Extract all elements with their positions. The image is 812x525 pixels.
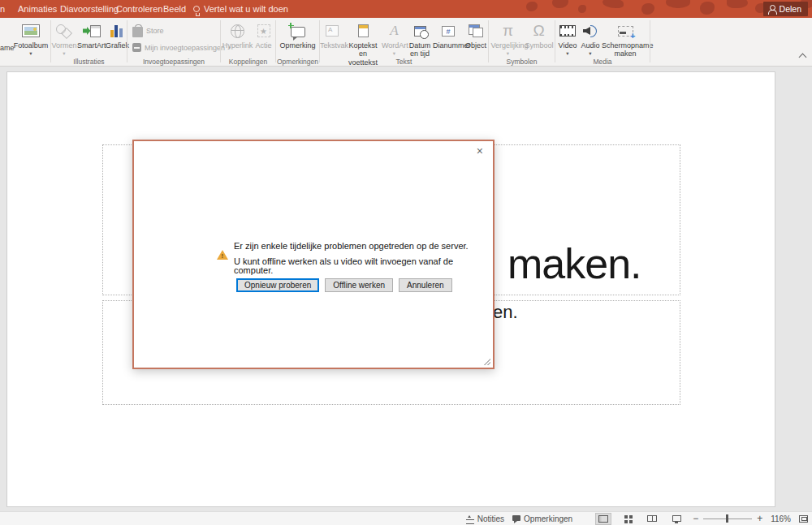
zoom-percent[interactable]: 116%	[771, 514, 791, 523]
tab-beeld[interactable]: Beeld	[163, 0, 186, 18]
shapes-icon	[56, 24, 72, 38]
group-label-invoegtoepassingen: Invoegtoepassingen	[127, 58, 220, 66]
warning-icon: !	[217, 250, 228, 260]
group-label-media: Media	[555, 58, 650, 66]
tab-partial-invoegen[interactable]: n	[0, 0, 5, 18]
work-offline-button[interactable]: Offline werken	[325, 278, 393, 292]
dropdown-icon: ▾	[579, 50, 602, 56]
notes-toggle[interactable]: Notities	[466, 514, 504, 523]
ribbon-button-grafiek[interactable]: Grafiek	[106, 18, 127, 57]
zoom-in-icon[interactable]: +	[757, 513, 762, 524]
close-icon[interactable]: ×	[473, 143, 486, 159]
zoom-slider[interactable]	[703, 519, 752, 519]
notes-icon	[466, 515, 474, 523]
action-star-icon: ★	[257, 24, 270, 37]
dialog-message-line2: U kunt offline werken als u video wilt i…	[234, 257, 493, 275]
lightbulb-icon	[193, 6, 200, 12]
store-bag-icon	[132, 27, 143, 37]
ribbon-button-mijn-invoegtoepassingen[interactable]: Mijn invoegtoepassingen ▾	[132, 43, 231, 52]
resize-grip[interactable]	[484, 359, 490, 365]
comments-icon	[512, 515, 520, 521]
view-slideshow-button[interactable]	[668, 513, 685, 525]
zoom-out-icon[interactable]: −	[693, 513, 698, 524]
date-time-icon	[414, 26, 426, 37]
hyperlink-globe-icon	[231, 24, 244, 38]
ribbon-button-opmerking[interactable]: Opmerking	[278, 18, 318, 49]
slide-subtitle-text: en.	[493, 302, 518, 323]
header-footer-icon	[358, 24, 369, 37]
screen-recording-icon	[618, 26, 633, 37]
smartart-icon	[83, 24, 101, 37]
dropdown-icon: ▾	[51, 50, 77, 56]
ribbon-button-audio[interactable]: Audio ▾	[579, 18, 602, 58]
zoom-control: − +	[693, 513, 762, 524]
ribbon-button-hyperlink[interactable]: Hyperlink	[222, 18, 253, 49]
powerpoint-window: n Animaties Diavoorstelling Controleren …	[0, 0, 812, 525]
wordart-icon: A	[390, 23, 398, 39]
view-slide-sorter-button[interactable]	[620, 513, 636, 525]
object-icon	[469, 24, 483, 37]
new-comment-icon	[291, 27, 305, 37]
ribbon-button-fotoalbum[interactable]: Fotoalbum ▾	[12, 18, 50, 57]
group-label-illustraties: Illustraties	[51, 58, 127, 66]
tab-controleren[interactable]: Controleren	[116, 0, 162, 18]
ribbon-button-store[interactable]: Store	[132, 24, 164, 37]
dropdown-icon: ▾	[382, 50, 407, 56]
tab-diavoorstelling[interactable]: Diavoorstelling	[60, 0, 119, 18]
group-label-opmerkingen: Opmerkingen	[276, 58, 319, 66]
ribbon-button-video[interactable]: Video ▾	[556, 18, 579, 58]
group-label-symbolen: Symbolen	[489, 58, 555, 66]
photo-album-icon	[22, 24, 40, 37]
ribbon-button-schermopname[interactable]: Schermopname maken	[602, 18, 649, 58]
person-icon	[768, 5, 776, 14]
dialog-message-line1: Er zijn enkele tijdelijke problemen opge…	[234, 242, 493, 251]
status-bar: Notities Opmerkingen − + 116%	[0, 511, 812, 525]
ribbon: ame Fotoalbum ▾ Vormen ▾	[0, 18, 812, 67]
slideshow-icon	[672, 515, 681, 522]
zoom-slider-handle[interactable]	[726, 514, 728, 523]
cancel-button[interactable]: Annuleren	[399, 278, 452, 292]
bar-chart-icon	[110, 24, 123, 37]
tell-me-box[interactable]: Vertel wat u wilt doen	[193, 0, 288, 18]
tab-animaties[interactable]: Animaties	[18, 0, 57, 18]
ribbon-button-vergelijking[interactable]: π Vergelijking ▾	[491, 18, 525, 57]
reading-view-icon	[647, 515, 657, 522]
collapse-ribbon-icon[interactable]	[799, 54, 807, 62]
retry-button[interactable]: Opnieuw proberen	[236, 278, 319, 292]
pi-equation-icon: π	[503, 23, 513, 39]
dropdown-icon: ▾	[491, 50, 525, 56]
group-label-tekst: Tekst	[320, 58, 488, 66]
tell-me-label: Vertel wat u wilt doen	[204, 0, 288, 18]
normal-view-icon	[598, 515, 608, 523]
share-button[interactable]: Delen	[763, 2, 808, 16]
omega-symbol-icon: Ω	[533, 23, 544, 39]
slide-sorter-icon	[624, 515, 628, 519]
addin-icon	[132, 43, 141, 52]
audio-speaker-icon	[583, 24, 598, 37]
slide-number-icon: #	[442, 26, 455, 37]
view-normal-button[interactable]	[595, 513, 611, 525]
dropdown-icon: ▾	[12, 50, 50, 56]
ribbon-button-smartart[interactable]: SmartArt	[77, 18, 106, 57]
ribbon-button-vormen[interactable]: Vormen ▾	[51, 18, 77, 57]
slide-title-text: maken.	[508, 239, 641, 288]
server-error-dialog: × ! Er zijn enkele tijdelijke problemen …	[132, 140, 495, 369]
comments-toggle[interactable]: Opmerkingen	[512, 514, 572, 523]
ribbon-tab-bar: n Animaties Diavoorstelling Controleren …	[0, 0, 812, 18]
fit-slide-to-window-icon[interactable]	[799, 515, 808, 523]
video-icon	[559, 25, 576, 37]
text-box-icon: A	[326, 25, 339, 37]
group-label-koppelingen: Koppelingen	[221, 58, 275, 66]
ribbon-button-actie[interactable]: ★ Actie	[253, 18, 274, 49]
dialog-message: Er zijn enkele tijdelijke problemen opge…	[234, 242, 493, 282]
ribbon-button-symbool[interactable]: Ω Symbool	[525, 18, 553, 57]
share-label: Delen	[780, 4, 801, 14]
view-reading-button[interactable]	[644, 513, 660, 525]
dropdown-icon: ▾	[556, 50, 579, 56]
